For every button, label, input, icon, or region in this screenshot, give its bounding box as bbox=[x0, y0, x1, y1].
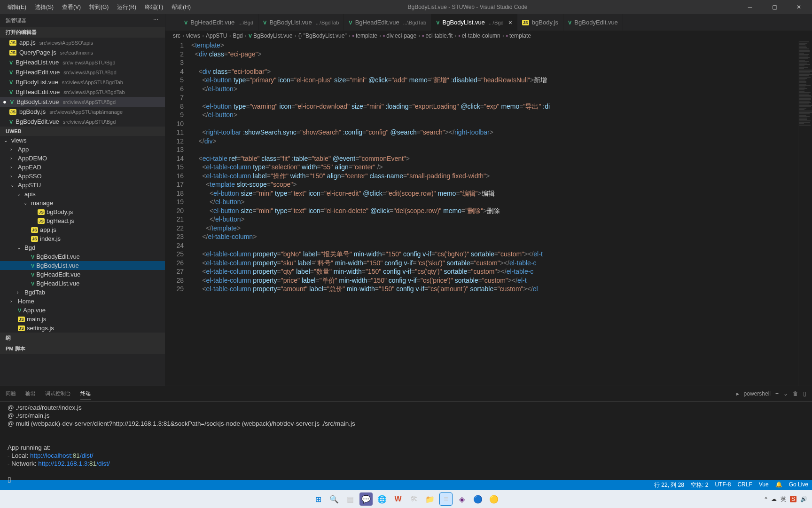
tree-item[interactable]: ⌄manage bbox=[0, 198, 165, 207]
open-editor-item[interactable]: ●VBgBodyList.vuesrc\views\AppSTU\Bgd bbox=[0, 97, 165, 107]
tree-item[interactable]: JSsettings.js bbox=[0, 324, 165, 333]
code-line[interactable]: <el-button size="mini" type="text" icon=… bbox=[191, 206, 798, 215]
app-icon-1[interactable]: 🛠 bbox=[407, 492, 421, 506]
open-editors-header[interactable]: 打开的编辑器 bbox=[0, 27, 165, 38]
code-line[interactable] bbox=[191, 58, 798, 67]
indentation[interactable]: 空格: 2 bbox=[691, 481, 708, 489]
breadcrumb-item[interactable]: src bbox=[173, 32, 180, 39]
code-line[interactable]: </el-button> bbox=[191, 215, 798, 224]
search-icon[interactable]: 🔍 bbox=[328, 492, 341, 506]
code-content[interactable]: <template> <div class="eci-page"> <div c… bbox=[191, 41, 798, 386]
tree-item[interactable]: ›AppDEMO bbox=[0, 154, 165, 163]
tree-item[interactable]: JSapp.js bbox=[0, 225, 165, 234]
chrome-icon[interactable]: 🌐 bbox=[375, 492, 389, 506]
code-line[interactable] bbox=[191, 93, 798, 102]
editor-tab[interactable]: VBgBodyEdit.vue bbox=[563, 14, 623, 31]
code-line[interactable]: <el-button size="mini" type="text" icon=… bbox=[191, 189, 798, 198]
tree-item[interactable]: JSbgBody.js bbox=[0, 207, 165, 216]
code-line[interactable] bbox=[191, 145, 798, 154]
terminal-shell-label[interactable]: powershell bbox=[744, 390, 771, 397]
tree-item[interactable]: ›App bbox=[0, 145, 165, 154]
breadcrumb-item[interactable]: ▫div.eci-page bbox=[383, 32, 416, 39]
tree-item[interactable]: ›AppEAD bbox=[0, 163, 165, 172]
open-editor-item[interactable]: VBgBodyList.vuesrc\views\AppSTU\BgdTab bbox=[0, 77, 165, 87]
code-line[interactable]: <el-button type="warning" icon="el-icon-… bbox=[191, 102, 798, 111]
tree-item[interactable]: VApp.vue bbox=[0, 306, 165, 315]
breadcrumb-item[interactable]: {} "BgBodyList.vue" bbox=[298, 32, 346, 39]
code-line[interactable]: <div class="eci-toolbar"> bbox=[191, 67, 798, 76]
code-line[interactable]: </div> bbox=[191, 137, 798, 146]
code-editor[interactable]: 1234567891011121314151617181920212223242… bbox=[165, 41, 812, 386]
menu-item[interactable]: 编辑(E) bbox=[4, 1, 30, 13]
code-line[interactable]: <div class="eci-page"> bbox=[191, 50, 798, 59]
breadcrumb-item[interactable]: ▫template bbox=[506, 32, 531, 39]
menu-item[interactable]: 选择(S) bbox=[31, 1, 57, 13]
code-line[interactable]: <right-toolbar :showSearch.sync="showSea… bbox=[191, 128, 798, 137]
breadcrumb-item[interactable]: views bbox=[186, 32, 200, 39]
tree-item[interactable]: JSindex.js bbox=[0, 234, 165, 243]
open-editor-item[interactable]: JSapp.jssrc\views\AppSSO\apis bbox=[0, 38, 165, 48]
chat-icon[interactable]: 💬 bbox=[359, 492, 373, 506]
code-line[interactable]: </el-button> bbox=[191, 111, 798, 119]
split-terminal-icon[interactable]: ⌄ bbox=[783, 390, 788, 397]
code-line[interactable]: <el-table-column property="price" label=… bbox=[191, 276, 798, 285]
vscode-icon[interactable]: ≡ bbox=[439, 492, 453, 506]
panel-tab[interactable]: 输出 bbox=[25, 388, 36, 399]
file-explorer-icon[interactable]: 📁 bbox=[423, 492, 437, 506]
panel-layout-icon[interactable]: ▯ bbox=[803, 390, 806, 397]
tray-onedrive-icon[interactable]: ☁ bbox=[771, 496, 777, 502]
code-line[interactable]: <el-table-column property="amount" label… bbox=[191, 285, 798, 294]
editor-tab[interactable]: JSbgBody.js bbox=[517, 14, 563, 31]
project-header[interactable]: UWEB bbox=[0, 127, 165, 136]
code-line[interactable]: </template> bbox=[191, 224, 798, 233]
code-line[interactable]: <el-button type="primary" icon="el-icon-… bbox=[191, 76, 798, 85]
tree-item[interactable]: JSmain.js bbox=[0, 315, 165, 324]
open-editor-item[interactable]: VBgHeadEdit.vuesrc\views\AppSTU\BgdTab bbox=[0, 87, 165, 97]
tree-item[interactable]: JSbgHead.js bbox=[0, 216, 165, 225]
menu-item[interactable]: 终端(T) bbox=[141, 1, 167, 13]
open-editor-item[interactable]: VBgHeadEdit.vuesrc\views\AppSTU\Bgd bbox=[0, 67, 165, 77]
code-line[interactable]: <eci-table ref="table" class="fit" :tabl… bbox=[191, 154, 798, 163]
tree-item[interactable]: ›AppSSO bbox=[0, 172, 165, 181]
menu-item[interactable]: 帮助(H) bbox=[168, 1, 195, 13]
panel-tab[interactable]: 终端 bbox=[80, 388, 91, 399]
tray-volume-icon[interactable]: 🔊 bbox=[800, 496, 807, 502]
minimize-button[interactable]: ─ bbox=[741, 4, 759, 10]
breadcrumb-item[interactable]: Bgd bbox=[233, 32, 242, 39]
code-line[interactable] bbox=[191, 241, 798, 250]
breadcrumb-item[interactable]: ▫template bbox=[352, 32, 377, 39]
tree-item[interactable]: VBgHeadEdit.vue bbox=[0, 270, 165, 279]
panel-tab[interactable]: 调试控制台 bbox=[45, 388, 71, 399]
system-tray[interactable]: ^ ☁ 英 S 🔊 bbox=[765, 495, 807, 503]
tree-item[interactable]: ›Home bbox=[0, 297, 165, 306]
tree-item[interactable]: ›BgdTab bbox=[0, 288, 165, 297]
app-icon-3[interactable]: 🟡 bbox=[487, 492, 500, 506]
editor-tab[interactable]: VBgHeadEdit.vue...\Bgd bbox=[180, 14, 258, 31]
app-icon-2[interactable]: 🔵 bbox=[471, 492, 484, 506]
code-line[interactable]: <template slot-scope="scope"> bbox=[191, 180, 798, 189]
maximize-button[interactable]: ▢ bbox=[765, 4, 784, 10]
tree-item[interactable]: ⌄Bgd bbox=[0, 243, 165, 252]
menu-item[interactable]: 运行(R) bbox=[113, 1, 140, 13]
tray-ime-icon[interactable]: S bbox=[790, 496, 796, 502]
open-editor-item[interactable]: VBgBodyEdit.vuesrc\views\AppSTU\Bgd bbox=[0, 117, 165, 127]
code-line[interactable]: <el-table-column type="selection" width=… bbox=[191, 163, 798, 172]
open-editor-item[interactable]: JSQueryPage.jssrc\ead\mixins bbox=[0, 48, 165, 57]
tree-item[interactable]: VBgHeadList.vue bbox=[0, 279, 165, 288]
terminal-output[interactable]: @ ./src/ead/router/index.js@ ./src/main.… bbox=[0, 402, 812, 485]
tree-item[interactable]: ⌄apis bbox=[0, 190, 165, 198]
new-terminal-icon[interactable]: + bbox=[775, 390, 779, 397]
terminal-shell-icon[interactable]: ▸ bbox=[736, 390, 739, 397]
tree-item[interactable]: ⌄AppSTU bbox=[0, 181, 165, 190]
tree-item[interactable]: ⌄views bbox=[0, 136, 165, 145]
close-tab-icon[interactable]: × bbox=[508, 19, 512, 26]
start-button[interactable]: ⊞ bbox=[312, 492, 325, 506]
open-editor-item[interactable]: JSbgBody.jssrc\views\AppSTU\apis\manage bbox=[0, 107, 165, 117]
tray-lang-icon[interactable]: 英 bbox=[781, 495, 786, 503]
menu-item[interactable]: 查看(V) bbox=[58, 1, 85, 13]
npm-scripts-header[interactable]: PM 脚本 bbox=[0, 343, 165, 354]
menu-item[interactable]: 转到(G) bbox=[86, 1, 112, 13]
cursor-position[interactable]: 行 22, 列 28 bbox=[654, 481, 684, 489]
panel-tab[interactable]: 问题 bbox=[6, 388, 16, 399]
code-line[interactable]: </el-button> bbox=[191, 198, 798, 206]
